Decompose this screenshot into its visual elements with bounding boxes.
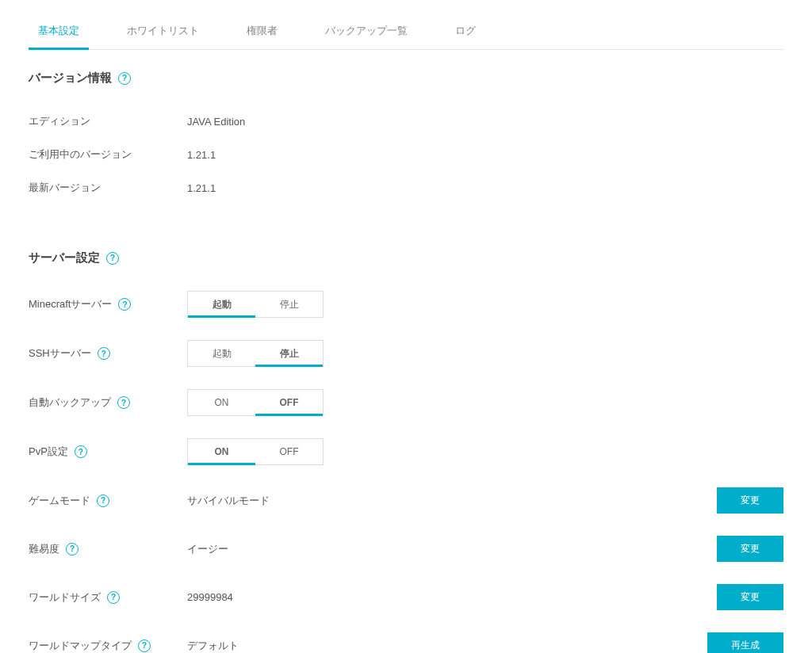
pvp-label: PvP設定 ? <box>29 445 187 459</box>
maptype-label: ワールドマップタイプ ? <box>29 639 187 653</box>
difficulty-value: イージー <box>187 542 717 556</box>
help-icon[interactable]: ? <box>118 298 131 311</box>
label-text: 難易度 <box>29 542 59 556</box>
help-icon[interactable]: ? <box>107 591 120 604</box>
label-text: 自動バックアップ <box>29 395 111 410</box>
help-icon[interactable]: ? <box>138 640 151 652</box>
tab-basic-settings[interactable]: 基本設定 <box>29 16 89 49</box>
pvp-off-option[interactable]: OFF <box>255 439 323 464</box>
latest-version-label: 最新バージョン <box>29 181 187 195</box>
edition-value: JAVA Edition <box>187 116 783 128</box>
difficulty-row: 難易度 ? イージー 変更 <box>29 525 783 573</box>
server-section-title: サーバー設定 ? <box>29 250 783 265</box>
gamemode-change-button[interactable]: 変更 <box>717 487 783 514</box>
version-title-text: バージョン情報 <box>29 71 112 86</box>
gamemode-value: サバイバルモード <box>187 494 717 508</box>
latest-version-row: 最新バージョン 1.21.1 <box>29 166 783 200</box>
label-text: SSHサーバー <box>29 346 91 361</box>
worldsize-label: ワールドサイズ ? <box>29 590 187 605</box>
label-text: Minecraftサーバー <box>29 297 112 311</box>
help-icon[interactable]: ? <box>97 495 109 507</box>
gamemode-row: ゲームモード ? サバイバルモード 変更 <box>29 476 783 525</box>
label-text: ワールドサイズ <box>29 590 101 605</box>
pvp-toggle: ON OFF <box>187 438 324 465</box>
help-icon[interactable]: ? <box>98 347 110 360</box>
current-version-value: 1.21.1 <box>187 149 783 161</box>
tab-whitelist[interactable]: ホワイトリスト <box>117 16 209 49</box>
help-icon[interactable]: ? <box>117 396 130 409</box>
current-version-label: ご利用中のバージョン <box>29 147 187 162</box>
server-title-text: サーバー設定 <box>29 250 100 265</box>
gamemode-label: ゲームモード ? <box>29 494 187 508</box>
ssh-start-option[interactable]: 起動 <box>188 341 255 366</box>
pvp-on-option[interactable]: ON <box>188 439 255 464</box>
autobackup-label: 自動バックアップ ? <box>29 395 187 410</box>
label-text: ワールドマップタイプ <box>29 639 132 653</box>
tab-permissions[interactable]: 権限者 <box>237 16 287 49</box>
maptype-regenerate-button[interactable]: 再生成 <box>707 632 783 653</box>
autobackup-row: 自動バックアップ ? ON OFF <box>29 378 783 427</box>
autobackup-off-option[interactable]: OFF <box>255 390 323 415</box>
minecraft-server-row: Minecraftサーバー ? 起動 停止 <box>29 280 783 329</box>
worldsize-row: ワールドサイズ ? 29999984 変更 <box>29 573 783 621</box>
difficulty-change-button[interactable]: 変更 <box>717 536 783 562</box>
autobackup-on-option[interactable]: ON <box>188 390 255 415</box>
latest-version-value: 1.21.1 <box>187 182 783 194</box>
help-icon[interactable]: ? <box>75 445 87 458</box>
tabs-nav: 基本設定 ホワイトリスト 権限者 バックアップ一覧 ログ <box>29 16 783 50</box>
tab-backups[interactable]: バックアップ一覧 <box>316 16 417 49</box>
edition-label: エディション <box>29 114 187 128</box>
ssh-server-toggle: 起動 停止 <box>187 340 324 367</box>
ssh-stop-option[interactable]: 停止 <box>255 341 323 366</box>
help-icon[interactable]: ? <box>106 252 119 265</box>
autobackup-toggle: ON OFF <box>187 389 324 416</box>
help-icon[interactable]: ? <box>118 72 131 85</box>
edition-row: エディション JAVA Edition <box>29 100 783 133</box>
version-section-title: バージョン情報 ? <box>29 71 783 86</box>
worldsize-change-button[interactable]: 変更 <box>717 584 783 610</box>
label-text: PvP設定 <box>29 445 68 459</box>
maptype-row: ワールドマップタイプ ? デフォルト 再生成 <box>29 621 783 653</box>
ssh-server-label: SSHサーバー ? <box>29 346 187 361</box>
current-version-row: ご利用中のバージョン 1.21.1 <box>29 133 783 166</box>
difficulty-label: 難易度 ? <box>29 542 187 556</box>
minecraft-start-option[interactable]: 起動 <box>188 292 255 317</box>
minecraft-stop-option[interactable]: 停止 <box>255 292 323 317</box>
pvp-row: PvP設定 ? ON OFF <box>29 427 783 476</box>
minecraft-server-toggle: 起動 停止 <box>187 291 324 318</box>
tab-logs[interactable]: ログ <box>446 16 485 49</box>
ssh-server-row: SSHサーバー ? 起動 停止 <box>29 329 783 378</box>
label-text: ゲームモード <box>29 494 90 508</box>
worldsize-value: 29999984 <box>187 591 717 603</box>
maptype-value: デフォルト <box>187 639 707 653</box>
help-icon[interactable]: ? <box>66 543 79 556</box>
minecraft-server-label: Minecraftサーバー ? <box>29 297 187 311</box>
